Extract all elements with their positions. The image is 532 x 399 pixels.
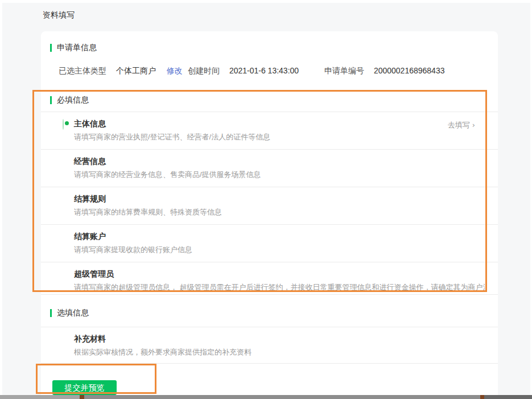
submit-preview-button[interactable]: 提交并预览 (52, 380, 117, 395)
radio-unselected-icon (63, 270, 67, 280)
page-title: 资料填写 (43, 10, 75, 20)
section-header-label: 申请单信息 (57, 43, 97, 53)
item-title: 结算规则 (74, 194, 485, 204)
section-accent-bar (50, 309, 52, 317)
item-description: 请填写商家的营业执照/登记证书、经营者/法人的证件等信息 (74, 133, 485, 142)
section-header-application: 申请单信息 (41, 42, 498, 54)
item-title: 经营信息 (74, 156, 485, 166)
bottom-window-edge (0, 395, 532, 399)
created-time-label: 创建时间 (188, 66, 220, 75)
checklist-item: 主体信息请填写商家的营业执照/登记证书、经营者/法人的证件等信息去填写› (41, 112, 498, 150)
checklist-item: 经营信息请填写商家的经营业务信息、售卖商品/提供服务场景信息 (41, 150, 498, 187)
order-number-value: 2000002168968433 (374, 66, 445, 75)
application-info-row: 已选主体类型 个体工商户 修改 创建时间 2021-01-6 13:43:00 … (41, 66, 498, 76)
item-description: 请填写商家的经营业务信息、售卖商品/提供服务场景信息 (74, 170, 485, 179)
optional-items: 补充材料根据实际审核情况，额外要求商家提供指定的补充资料 (41, 327, 498, 364)
subject-type-value: 个体工商户 (116, 66, 156, 75)
go-fill-label: 去填写 (448, 121, 470, 129)
checklist-item: 超级管理员请填写商家的超级管理员信息， 超级管理员需在开户后进行签约，并接收日常… (41, 262, 498, 295)
required-items: 主体信息请填写商家的营业执照/登记证书、经营者/法人的证件等信息去填写›经营信息… (41, 112, 498, 295)
radio-unselected-icon (63, 195, 67, 205)
item-description: 请填写商家的超级管理员信息， 超级管理员需在开户后进行签约，并接收日常重要管理信… (74, 283, 485, 292)
radio-selected-icon (63, 120, 64, 130)
subject-type-label: 已选主体类型 (59, 66, 106, 75)
radio-unselected-icon (63, 157, 67, 167)
bottom-edge-segment (84, 395, 480, 399)
section-accent-bar (50, 44, 52, 52)
item-description: 请填写商家提现收款的银行账户信息 (74, 245, 485, 254)
created-time-value: 2021-01-6 13:43:00 (229, 66, 299, 75)
item-description: 请填写商家的结算费率规则、特殊资质等信息 (74, 208, 485, 217)
checklist-item: 结算规则请填写商家的结算费率规则、特殊资质等信息 (41, 187, 498, 225)
item-title: 主体信息 (74, 118, 485, 129)
bottom-edge-segment (484, 395, 532, 399)
item-title: 结算账户 (74, 231, 485, 241)
chevron-right-icon: › (472, 121, 475, 129)
item-title: 补充材料 (74, 334, 485, 344)
go-fill-link[interactable]: 去填写› (448, 120, 475, 130)
order-number-label: 申请单编号 (324, 66, 364, 75)
bottom-edge-tick (80, 395, 84, 399)
checklist-item: 补充材料根据实际审核情况，额外要求商家提供指定的补充资料 (41, 327, 498, 364)
section-header-required: 必填信息 (41, 94, 498, 106)
checklist-item: 结算账户请填写商家提现收款的银行账户信息 (41, 225, 498, 262)
section-accent-bar (50, 96, 52, 104)
bottom-edge-tick (480, 395, 484, 399)
section-header-optional: 选填信息 (41, 307, 498, 319)
item-title: 超级管理员 (74, 269, 485, 279)
section-header-label: 必填信息 (57, 95, 89, 105)
bottom-edge-segment (0, 395, 80, 399)
content-card: 申请单信息 已选主体类型 个体工商户 修改 创建时间 2021-01-6 13:… (41, 31, 498, 399)
modify-link[interactable]: 修改 (167, 66, 183, 75)
item-description: 根据实际审核情况，额外要求商家提供指定的补充资料 (74, 348, 485, 357)
section-header-label: 选填信息 (57, 308, 89, 318)
radio-unselected-icon (63, 232, 67, 242)
